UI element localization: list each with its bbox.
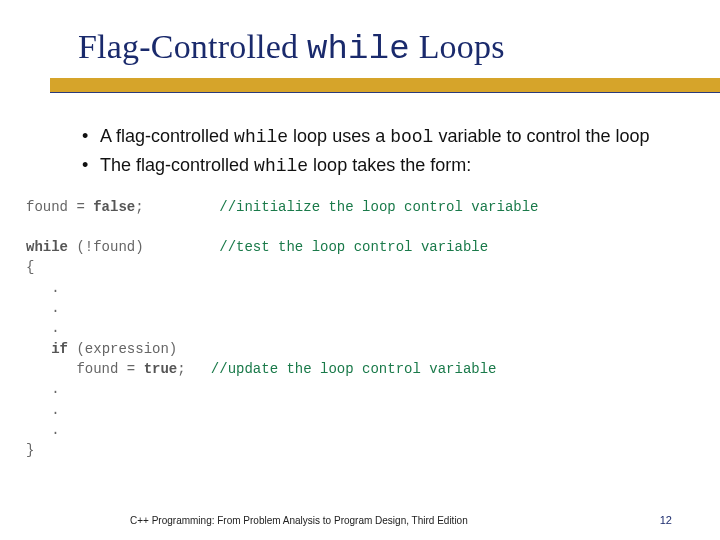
code-text: (!found)	[68, 239, 219, 255]
code-text: .	[26, 381, 60, 397]
code-line: .	[26, 420, 672, 440]
bullet-item: A flag-controlled while loop uses a bool…	[78, 124, 672, 149]
code-text: ;	[177, 361, 211, 377]
code-keyword: true	[144, 361, 178, 377]
footer-text: C++ Programming: From Problem Analysis t…	[130, 515, 468, 526]
code-keyword: while	[26, 239, 68, 255]
bullet-text: loop uses a	[288, 126, 390, 146]
bullet-mono: bool	[390, 127, 433, 147]
code-line: .	[26, 318, 672, 338]
code-keyword: if	[51, 341, 68, 357]
page-number: 12	[660, 514, 672, 526]
code-text: .	[26, 402, 60, 418]
slide-title: Flag-Controlled while Loops	[78, 28, 672, 68]
code-keyword: false	[93, 199, 135, 215]
code-line: .	[26, 400, 672, 420]
code-line: }	[26, 440, 672, 460]
bullet-text: variable to control the loop	[433, 126, 649, 146]
bullet-item: The flag-controlled while loop takes the…	[78, 153, 672, 178]
code-line: if (expression)	[26, 339, 672, 359]
code-line: {	[26, 257, 672, 277]
code-text	[26, 341, 51, 357]
footer: C++ Programming: From Problem Analysis t…	[0, 514, 720, 526]
code-line: found = false; //initialize the loop con…	[26, 197, 672, 217]
code-text: .	[26, 280, 60, 296]
bullet-text: A flag-controlled	[100, 126, 234, 146]
code-comment: //test the loop control variable	[219, 239, 488, 255]
code-block: found = false; //initialize the loop con…	[26, 197, 672, 461]
code-line: .	[26, 278, 672, 298]
code-text: ;	[135, 199, 219, 215]
code-comment: //update the loop control variable	[211, 361, 497, 377]
title-post: Loops	[410, 28, 505, 65]
code-text: (expression)	[68, 341, 177, 357]
code-line: while (!found) //test the loop control v…	[26, 237, 672, 257]
code-text: {	[26, 259, 34, 275]
bullet-mono: while	[254, 156, 308, 176]
code-line	[26, 217, 672, 237]
code-line: .	[26, 298, 672, 318]
code-text: found =	[26, 361, 144, 377]
slide: Flag-Controlled while Loops A flag-contr…	[0, 0, 720, 540]
code-text: .	[26, 320, 60, 336]
rule-blue	[50, 92, 720, 93]
code-text: .	[26, 422, 60, 438]
bullet-text: loop takes the form:	[308, 155, 471, 175]
bullet-mono: while	[234, 127, 288, 147]
code-line: .	[26, 379, 672, 399]
title-rule	[0, 78, 720, 100]
title-pre: Flag-Controlled	[78, 28, 307, 65]
code-text: found =	[26, 199, 93, 215]
code-line: found = true; //update the loop control …	[26, 359, 672, 379]
rule-gold	[50, 78, 720, 92]
code-text: .	[26, 300, 60, 316]
code-comment: //initialize the loop control variable	[219, 199, 538, 215]
code-text: }	[26, 442, 34, 458]
bullet-text: The flag-controlled	[100, 155, 254, 175]
title-mono: while	[307, 30, 410, 68]
bullet-list: A flag-controlled while loop uses a bool…	[78, 124, 672, 179]
